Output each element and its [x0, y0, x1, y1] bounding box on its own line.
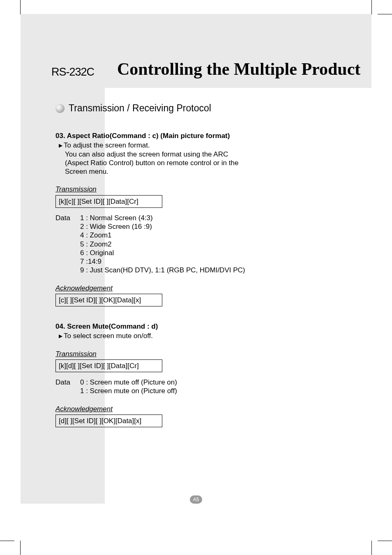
data-value: 6 : Original [80, 249, 343, 257]
page-title: Controlling the Multiple Product [117, 59, 360, 79]
crop-mark [371, 0, 372, 14]
content-area: 03. Aspect Ratio(Command : c) (Main pict… [55, 128, 343, 433]
data-value: 2 : Wide Screen (16 :9) [80, 222, 343, 231]
data-prefix: Data [55, 378, 80, 387]
data-value: 1 : Normal Screen (4:3) [80, 214, 153, 222]
sphere-bullet-icon [55, 104, 65, 113]
data-value: 9 : Just Scan(HD DTV), 1:1 (RGB PC, HDMI… [80, 266, 343, 274]
cmd04-ack-label: Acknowledgement [55, 405, 343, 413]
crop-mark [20, 541, 21, 555]
play-icon: ▶ [59, 333, 62, 339]
cmd03-ack-code: [c][ ][Set ID][ ][OK][Data][x] [55, 294, 162, 306]
cmd03-transmission-code: [k][c][ ][Set ID][ ][Data][Cr] [55, 195, 162, 208]
cmd03-bullet-text: To adjust the screen format. [64, 141, 150, 150]
crop-mark [371, 541, 372, 555]
crop-mark [378, 541, 392, 541]
data-value: 0 : Screen mute off (Picture on) [80, 378, 177, 387]
data-prefix: Data [55, 214, 80, 222]
section-heading-row: Transmission / Receiving Protocol [55, 103, 211, 114]
cmd03-desc1: You can also adjust the screen format us… [65, 150, 343, 159]
cmd04-bullet-text: To select screen mute on/off. [64, 332, 153, 340]
data-value: 4 : Zoom1 [80, 231, 343, 240]
cmd04-section: 04. Screen Mute(Command : d) ▶ To select… [55, 322, 343, 427]
cmd04-title: 04. Screen Mute(Command : d) [55, 322, 343, 331]
cmd03-ack-label: Acknowledgement [55, 284, 343, 292]
section-heading: Transmission / Receiving Protocol [69, 103, 211, 114]
crop-mark [20, 0, 21, 14]
cmd04-data-list: Data 0 : Screen mute off (Picture on) 1 … [55, 378, 343, 396]
cmd03-title: 03. Aspect Ratio(Command : c) (Main pict… [55, 131, 343, 140]
cmd03-desc2: (Aspect Ratio Control) button on remote … [65, 159, 343, 167]
cmd04-transmission-code: [k][d][ ][Set ID][ ][Data][Cr] [55, 359, 162, 372]
page-number: A5 [190, 495, 202, 504]
data-value: 7 :14:9 [80, 257, 343, 266]
cmd04-ack-code: [d][ ][Set ID][ ][OK][Data][x] [55, 415, 162, 427]
play-icon: ▶ [59, 143, 62, 149]
cmd03-bullet-row: ▶ To adjust the screen format. [59, 141, 343, 150]
cmd03-data-list: Data 1 : Normal Screen (4:3) 2 : Wide Sc… [55, 214, 343, 275]
data-value: 1 : Screen mute on (Picture off) [80, 387, 343, 395]
cmd04-transmission-label: Transmission [55, 350, 343, 358]
crop-mark [378, 14, 392, 14]
header-label: RS-232C [51, 66, 94, 78]
data-value: 5 : Zoom2 [80, 240, 343, 249]
cmd03-transmission-label: Transmission [55, 185, 343, 193]
cmd03-desc3: Screen menu. [65, 167, 343, 176]
cmd04-bullet-row: ▶ To select screen mute on/off. [59, 332, 343, 340]
crop-mark [0, 541, 14, 541]
